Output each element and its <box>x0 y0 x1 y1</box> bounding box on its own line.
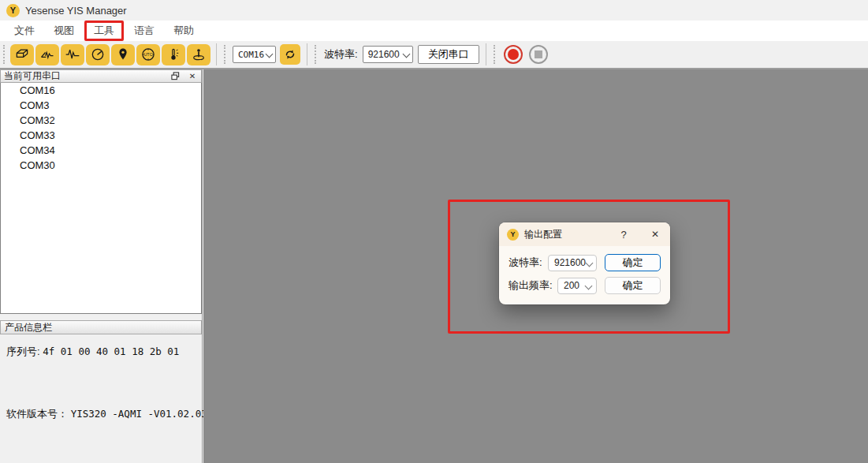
dialog-baud-value: 921600 <box>554 257 586 268</box>
serial-number-row: 序列号: 4f 01 00 40 01 18 2b 01 <box>6 345 179 359</box>
list-item-port[interactable]: COM34 <box>1 143 201 158</box>
app-logo-icon: Y <box>6 4 20 17</box>
list-item-port[interactable]: COM33 <box>1 128 201 143</box>
window-title: Yesense YIS Manager <box>25 5 127 17</box>
refresh-ports-button[interactable] <box>280 44 300 65</box>
toolbar-separator <box>486 43 486 65</box>
dialog-title-bar: Y 输出配置 ? ✕ <box>499 222 670 246</box>
list-item-port[interactable]: COM16 <box>1 83 201 98</box>
serial-number-label: 序列号: <box>6 345 40 357</box>
dialog-rate-label: 输出频率: <box>509 278 557 293</box>
dialog-title: 输出配置 <box>524 228 617 241</box>
dialog-baud-row: 波特率: 921600 确定 <box>499 254 670 271</box>
joystick-icon[interactable] <box>187 44 210 65</box>
toolbar-drag-handle[interactable] <box>315 45 319 64</box>
list-item-port[interactable]: COM3 <box>1 98 201 113</box>
dialog-rate-value: 200 <box>564 280 579 291</box>
product-info-title: 产品信息栏 <box>5 321 52 334</box>
pulse-waveform-icon[interactable] <box>61 44 84 65</box>
toolbar-separator <box>307 43 307 65</box>
float-window-icon[interactable] <box>170 71 181 82</box>
available-ports-header: 当前可用串口 ✕ <box>0 69 202 83</box>
dialog-rate-row: 输出频率: 200 确定 <box>499 277 670 294</box>
location-pin-icon[interactable] <box>111 44 135 65</box>
available-ports-list: COM16 COM3 COM32 COM33 COM34 COM30 <box>0 83 202 314</box>
toolbar: UTC COM16 波特率: 921600 关闭串口 <box>0 41 868 69</box>
output-config-dialog: Y 输出配置 ? ✕ 波特率: 921600 确定 输出频率: 200 确定 <box>499 222 670 304</box>
dialog-rate-ok-button[interactable]: 确定 <box>605 277 661 294</box>
record-icon[interactable] <box>504 45 523 64</box>
dialog-help-icon[interactable]: ? <box>617 229 631 241</box>
dialog-baud-select[interactable]: 921600 <box>548 255 597 271</box>
toolbar-separator <box>216 43 217 65</box>
dialog-rate-select[interactable]: 200 <box>557 278 597 294</box>
baud-rate-label: 波特率: <box>324 47 358 62</box>
product-info-body: 序列号: 4f 01 00 40 01 18 2b 01 软件版本号： YIS3… <box>0 334 202 463</box>
menu-tools[interactable]: 工具 <box>84 21 124 41</box>
menu-bar: 文件 视图 工具 语言 帮助 <box>0 21 868 41</box>
chevron-down-icon <box>585 282 592 289</box>
available-ports-title: 当前可用串口 <box>4 69 61 83</box>
toolbar-drag-handle[interactable] <box>224 45 229 64</box>
serial-number-value: 4f 01 00 40 01 18 2b 01 <box>43 345 179 357</box>
dialog-baud-label: 波特率: <box>509 256 548 270</box>
baud-rate-select[interactable]: 921600 <box>363 46 413 63</box>
svg-text:UTC: UTC <box>143 52 152 57</box>
stop-square <box>535 50 542 58</box>
list-item-port[interactable]: COM30 <box>1 158 201 173</box>
menu-language[interactable]: 语言 <box>125 21 164 40</box>
menu-file[interactable]: 文件 <box>5 21 44 40</box>
gauge-icon[interactable] <box>86 44 110 65</box>
stop-icon[interactable] <box>529 45 548 64</box>
dock-close-icon[interactable]: ✕ <box>187 71 198 82</box>
baud-rate-value: 921600 <box>368 49 400 60</box>
list-item-port[interactable]: COM32 <box>1 113 201 128</box>
dialog-baud-ok-button[interactable]: 确定 <box>605 254 661 271</box>
close-serial-port-button[interactable]: 关闭串口 <box>418 45 479 64</box>
thermometer-icon[interactable] <box>162 44 185 65</box>
left-dock-panel: 当前可用串口 ✕ COM16 COM3 COM32 COM33 COM34 CO… <box>0 69 203 463</box>
chevron-down-icon <box>403 51 409 58</box>
3d-box-icon[interactable] <box>10 44 34 65</box>
record-dot <box>508 49 519 60</box>
product-info-header: 产品信息栏 <box>0 320 202 334</box>
toolbar-drag-handle[interactable] <box>3 45 8 64</box>
toolbar-drag-handle[interactable] <box>494 45 498 64</box>
software-version-row: 软件版本号： YIS320 -AQMI -V01.02.03; <box>6 407 213 421</box>
menu-view[interactable]: 视图 <box>44 21 84 40</box>
chevron-down-icon <box>266 51 272 58</box>
angle-waveform-icon[interactable] <box>35 44 59 65</box>
software-version-value: YIS320 -AQMI -V01.02.03; <box>71 408 214 420</box>
dialog-logo-icon: Y <box>507 229 519 241</box>
chevron-down-icon <box>586 260 592 267</box>
title-bar: Y Yesense YIS Manager <box>0 0 868 21</box>
port-select[interactable]: COM16 <box>233 46 276 63</box>
dialog-close-icon[interactable]: ✕ <box>648 229 662 240</box>
utc-clock-icon[interactable]: UTC <box>136 44 160 65</box>
menu-help[interactable]: 帮助 <box>164 21 203 40</box>
port-select-value: COM16 <box>238 50 264 60</box>
software-version-label: 软件版本号： <box>6 408 68 420</box>
